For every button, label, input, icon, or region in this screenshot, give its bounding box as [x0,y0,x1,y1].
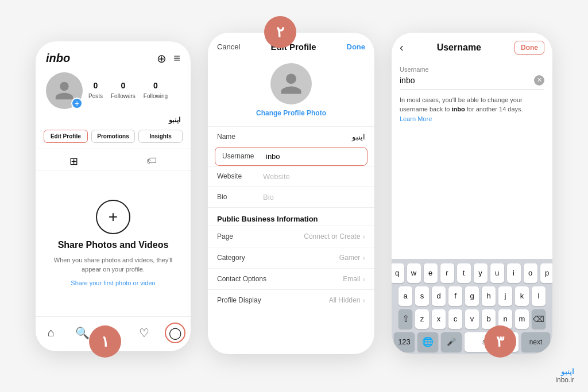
key-c[interactable]: c [448,309,462,329]
key-e[interactable]: e [424,263,438,283]
posts-stat: 0 Posts [88,81,103,100]
chevron-right-icon-4: › [362,296,365,305]
key-shift[interactable]: ⇧ [399,309,412,329]
phone-2-edit-profile: Cancel Edit Profile Done Change Profile … [208,33,374,354]
bio-input[interactable]: Bio [263,193,365,201]
key-j[interactable]: j [498,286,512,306]
chevron-right-icon: › [362,232,365,241]
add-avatar-button[interactable]: + [71,98,83,109]
key-p[interactable]: p [540,263,553,283]
add-post-circle[interactable]: + [96,200,130,234]
key-globe[interactable]: 🌐 [417,332,438,352]
name-label: Name [217,133,256,141]
profile-nav-icon[interactable]: ◯ [165,323,185,343]
ph3-username-section: Username inbo ✕ [392,60,552,90]
back-button[interactable]: ‹ [400,41,404,54]
key-v[interactable]: v [465,309,479,329]
kb-row-3: ⇧ z x c v b n m ⌫ [394,309,550,329]
avatar-icon [278,71,304,96]
key-i[interactable]: i [507,263,521,283]
key-h[interactable]: h [482,286,496,306]
key-x[interactable]: x [432,309,446,329]
key-d[interactable]: d [432,286,446,306]
ph3-header: ‹ Username Done [392,33,552,60]
key-q[interactable]: q [392,263,404,283]
ph3-username-value[interactable]: inbo [400,76,534,85]
website-input[interactable]: Website [263,172,365,181]
share-link[interactable]: Share your first photo or video [71,280,155,286]
ph1-profile-row: + 0 Posts 0 Followers 0 Following [36,70,191,115]
menu-icon[interactable]: ≡ [173,52,180,65]
key-next[interactable]: next [521,332,550,352]
ph1-display-name: اینبو [36,115,191,130]
kb-bottom-row: 123 🌐 🎤 space next [394,332,550,352]
profile-display-field[interactable]: Profile Display All Hidden › [208,289,374,311]
username-field-container: Username inbo [215,147,368,166]
ph3-title: Username [437,42,481,53]
key-b[interactable]: b [482,309,496,329]
name-value[interactable]: اینبو [263,133,365,141]
key-a[interactable]: a [399,286,412,306]
step-3-badge: ٣ [484,325,516,358]
tagged-tab-icon[interactable]: 🏷 [135,153,168,170]
contact-label: Contact Options [217,275,266,283]
ph1-action-buttons: Edit Profile Promotions Insights [36,130,191,149]
grid-tab-icon[interactable]: ⊞ [58,153,90,170]
kb-row-2: a s d f g h j k l [394,286,550,306]
ph3-field-row: inbo ✕ [400,75,544,90]
learn-more-link[interactable]: Learn More [400,115,432,122]
user-icon [53,80,75,102]
share-subtitle: When you share photos and videos, they'l… [47,256,179,274]
watermark: اینبو inbo.ir [555,367,574,384]
ph3-field-label: Username [400,66,544,73]
key-delete[interactable]: ⌫ [532,309,546,329]
page-field[interactable]: Page Connect or Create › [208,226,374,247]
key-l[interactable]: l [532,286,546,306]
ph1-header-icons: ⊕ ≡ [157,52,180,65]
heart-nav-icon[interactable]: ♡ [134,323,154,343]
chevron-right-icon-3: › [362,274,365,284]
key-y[interactable]: y [474,263,488,283]
category-field[interactable]: Category Gamer › [208,247,374,268]
key-o[interactable]: o [524,263,537,283]
key-w[interactable]: w [407,263,421,283]
done-button[interactable]: Done [347,42,366,51]
ph1-stats: 0 Posts 0 Followers 0 Following [88,81,168,100]
key-123[interactable]: 123 [394,332,415,352]
key-g[interactable]: g [465,286,479,306]
edit-profile-button[interactable]: Edit Profile [44,130,88,143]
ph1-header: inbo ⊕ ≡ [36,41,191,70]
key-z[interactable]: z [415,309,429,329]
username-input[interactable]: inbo [266,152,360,161]
followers-stat: 0 Followers [111,81,136,100]
contact-field[interactable]: Contact Options Email › [208,268,374,289]
avatar-wrapper: + [46,72,83,109]
ph2-avatar-section: Change Profile Photo [208,57,374,126]
key-r[interactable]: r [440,263,454,283]
key-mic[interactable]: 🎤 [441,332,462,352]
key-u[interactable]: u [490,263,504,283]
key-s[interactable]: s [415,286,429,306]
watermark-url: inbo.ir [555,376,574,384]
ph2-avatar [270,63,312,104]
profile-display-label: Profile Display [217,296,261,304]
ph1-logo: inbo [46,52,70,65]
promotions-button[interactable]: Promotions [91,130,136,143]
page-value: Connect or Create [304,232,360,240]
home-nav-icon[interactable]: ⌂ [41,323,61,343]
add-square-icon[interactable]: ⊕ [157,52,167,65]
insights-button[interactable]: Insights [138,130,183,143]
keyboard-spacer [392,129,552,259]
key-f[interactable]: f [448,286,462,306]
ph3-done-button[interactable]: Done [514,41,544,55]
key-t[interactable]: t [457,263,471,283]
key-k[interactable]: k [515,286,529,306]
clear-field-button[interactable]: ✕ [534,75,544,86]
bio-label: Bio [217,193,256,201]
cancel-button[interactable]: Cancel [217,42,240,51]
phone-3-username: ‹ Username Done Username inbo ✕ In most … [392,33,552,354]
change-photo-button[interactable]: Change Profile Photo [256,109,326,117]
ph1-empty-state: + Share Photos and Videos When you share… [36,170,191,316]
key-m[interactable]: m [515,309,529,329]
category-label: Category [217,254,245,262]
